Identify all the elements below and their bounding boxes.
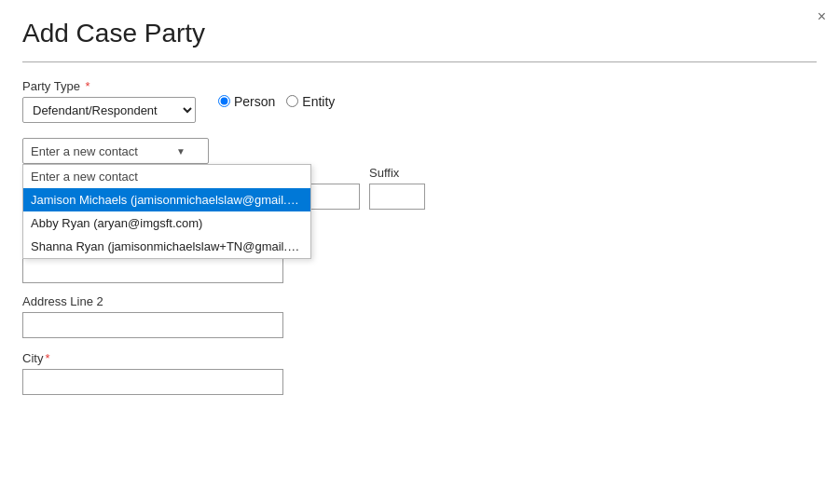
address-line2-field: Address Line 2 [22, 294, 817, 338]
party-type-required-mark: * [82, 79, 90, 93]
contact-dropdown-list: Enter a new contact Jamison Michaels (ja… [22, 164, 311, 259]
party-type-row: Party Type * Defendant/Respondent Plaint… [22, 79, 817, 123]
city-label: City* [22, 351, 817, 365]
contact-dropdown-wrapper: Enter a new contact ▼ Enter a new contac… [22, 138, 209, 164]
city-required-mark: * [45, 351, 49, 365]
entity-radio-label[interactable]: Entity [286, 94, 335, 109]
dropdown-arrow-icon: ▼ [176, 146, 186, 157]
contact-option-shanna[interactable]: Shanna Ryan (jamisonmichaelslaw+TN@gmail… [23, 235, 310, 258]
entity-radio[interactable] [286, 95, 298, 107]
contact-dropdown-selected-text: Enter a new contact [31, 144, 138, 158]
contact-dropdown-button[interactable]: Enter a new contact ▼ [22, 138, 209, 164]
party-type-label: Party Type * [22, 79, 196, 93]
suffix-input[interactable] [369, 184, 425, 210]
address-line2-label: Address Line 2 [22, 294, 817, 308]
party-kind-radio-group: Person Entity [218, 94, 335, 109]
suffix-field-group: Suffix [369, 166, 425, 210]
party-type-select[interactable]: Defendant/Respondent Plaintiff/Petitione… [22, 97, 196, 123]
entity-label: Entity [302, 94, 335, 109]
person-label: Person [234, 94, 275, 109]
address-section: Address* Is this an international addres… [22, 239, 817, 395]
address-line2-input[interactable] [22, 312, 283, 338]
dialog-title: Add Case Party [22, 19, 817, 48]
dialog-container: Add Case Party Party Type * Defendant/Re… [0, 0, 839, 427]
contact-option-abby[interactable]: Abby Ryan (aryan@imgsft.com) [23, 211, 310, 235]
person-radio[interactable] [218, 95, 230, 107]
title-divider [22, 61, 817, 62]
contact-name-row: Enter a new contact ▼ Enter a new contac… [22, 138, 817, 210]
party-type-field: Party Type * Defendant/Respondent Plaint… [22, 79, 196, 123]
suffix-label: Suffix [369, 166, 425, 180]
address-input[interactable] [22, 257, 283, 283]
contact-option-new[interactable]: Enter a new contact [23, 165, 310, 188]
close-button[interactable]: × [818, 9, 826, 24]
contact-option-jamison[interactable]: Jamison Michaels (jamisonmichaelslaw@gma… [23, 188, 310, 211]
city-field: City* [22, 351, 817, 395]
person-radio-label[interactable]: Person [218, 94, 275, 109]
city-input[interactable] [22, 369, 283, 395]
